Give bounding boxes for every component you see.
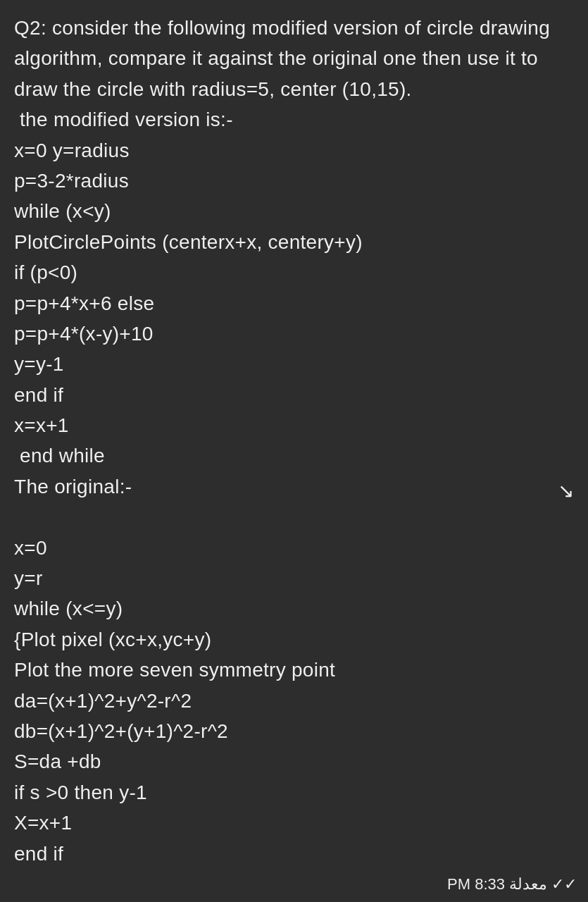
status-label: معدلة bbox=[509, 875, 547, 894]
message-text: Q2: consider the following modified vers… bbox=[14, 13, 574, 899]
message-content: Q2: consider the following modified vers… bbox=[0, 0, 588, 902]
scroll-icon[interactable]: ↘ bbox=[558, 479, 574, 502]
status-bar: PM 8:33 معدلة ✓✓ bbox=[0, 867, 588, 902]
status-time: PM 8:33 bbox=[447, 875, 505, 894]
check-icon: ✓✓ bbox=[551, 875, 577, 894]
